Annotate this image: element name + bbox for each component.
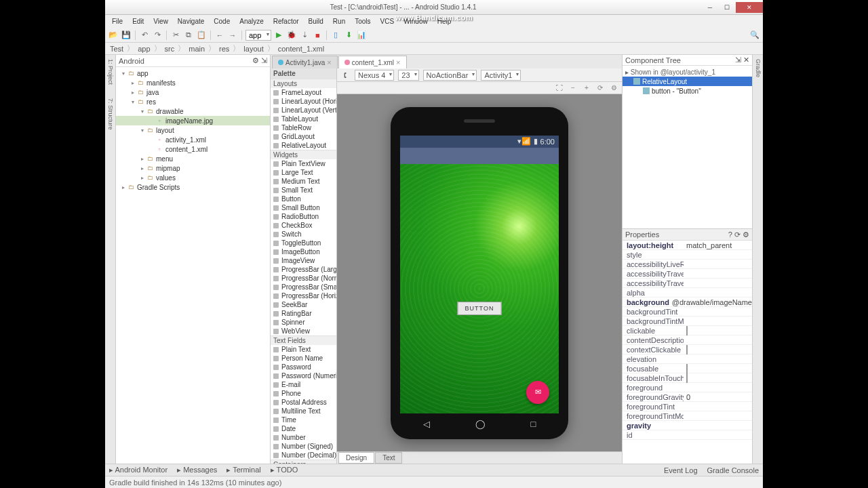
menu-navigate[interactable]: Navigate (174, 16, 208, 26)
palette-item[interactable]: Spinner (271, 318, 336, 327)
palette-item[interactable]: Password (Numeric) (271, 371, 336, 380)
menu-code[interactable]: Code (210, 16, 234, 26)
tree-node[interactable]: ▫content_1.xml (116, 144, 270, 154)
search-icon[interactable]: 🔍 (749, 30, 760, 41)
palette-item[interactable]: ProgressBar (Horizontal) (271, 291, 336, 300)
tree-node[interactable]: ▸🗀Gradle Scripts (116, 182, 270, 192)
activity-combo[interactable]: Activity1 (481, 70, 521, 81)
device-combo[interactable]: Nexus 4 (355, 70, 394, 81)
palette-item[interactable]: Number (Signed) (271, 442, 336, 451)
orientation-icon[interactable]: 🕻 (340, 70, 351, 81)
palette-item[interactable]: Number (Decimal) (271, 451, 336, 460)
editor-tab[interactable]: content_1.xml × (338, 56, 407, 68)
palette-item[interactable]: Number (271, 433, 336, 442)
menu-help[interactable]: Help (433, 16, 456, 26)
palette-item[interactable]: Time (271, 415, 336, 424)
bottom-tab[interactable]: ▸ Messages (177, 466, 217, 474)
palette-item[interactable]: Plain Text (271, 345, 336, 354)
settings-icon[interactable]: ⚙ (608, 83, 619, 94)
palette-item[interactable]: Password (271, 363, 336, 371)
tree-node[interactable]: ▸🗀java (116, 87, 270, 97)
forward-icon[interactable]: → (227, 30, 238, 41)
bottom-tab[interactable]: ▸ Terminal (226, 466, 260, 474)
fab-button[interactable]: ✉ (526, 381, 549, 404)
palette-item[interactable]: ImageView (271, 256, 336, 265)
property-row[interactable]: gravity (623, 421, 752, 430)
api-combo[interactable]: 23 (398, 70, 418, 81)
breadcrumb-item[interactable]: res (217, 45, 231, 53)
menu-build[interactable]: Build (304, 16, 328, 26)
palette-item[interactable]: ImageButton (271, 247, 336, 256)
palette-item[interactable]: Multiline Text (271, 407, 336, 415)
palette-item[interactable]: SeekBar (271, 300, 336, 309)
zoom-out-icon[interactable]: − (568, 83, 578, 94)
zoom-fit-icon[interactable]: ⛶ (554, 83, 565, 94)
palette-item[interactable]: Medium Text (271, 177, 336, 186)
tree-node[interactable]: ▸🗀mipmap (116, 163, 270, 173)
monitor-icon[interactable]: 📊 (356, 30, 367, 41)
palette-item[interactable]: LinearLayout (Vertical) (271, 106, 336, 115)
bottom-tab[interactable]: ▸ Android Monitor (109, 466, 167, 474)
palette-item[interactable]: Small Text (271, 186, 336, 195)
component-tree-node[interactable]: button - "Button" (623, 86, 752, 96)
breadcrumb-item[interactable]: layout (241, 45, 265, 53)
property-row[interactable]: backgroundTintMode (623, 317, 752, 326)
gradle-tool-tab[interactable]: Gradle (755, 59, 762, 77)
property-row[interactable]: foregroundTintMode (623, 411, 752, 421)
palette-item[interactable]: Large Text (271, 168, 336, 177)
close-button[interactable]: ✕ (736, 2, 763, 13)
breadcrumb-item[interactable]: app (136, 45, 152, 53)
refresh-icon[interactable]: ⟳ (595, 83, 606, 94)
project-tool-tab[interactable]: 1: Project (107, 59, 114, 85)
bottom-tab[interactable]: Event Log (664, 466, 698, 474)
breadcrumb-item[interactable]: Test (108, 45, 125, 53)
property-row[interactable]: focusable (623, 364, 752, 373)
component-tree-node[interactable]: RelativeLayout (623, 77, 752, 86)
copy-icon[interactable]: ⧉ (183, 30, 194, 41)
tree-node[interactable]: ▸🗀values (116, 173, 270, 182)
breadcrumb-item[interactable]: content_1.xml (276, 45, 326, 53)
attach-icon[interactable]: ⇣ (299, 30, 310, 41)
menu-view[interactable]: View (149, 16, 172, 26)
stop-icon[interactable]: ■ (312, 30, 323, 41)
component-tree-tools[interactable]: ⇲ ✕ (735, 56, 749, 64)
palette-item[interactable]: ProgressBar (Large) (271, 265, 336, 274)
design-mode-tab[interactable]: Design (338, 452, 374, 464)
home-key-icon[interactable]: ◯ (475, 419, 486, 429)
palette-category[interactable]: Text Fields (271, 336, 336, 345)
breadcrumb-item[interactable]: src (163, 45, 177, 53)
property-row[interactable]: foregroundTint (623, 402, 752, 411)
sdk-icon[interactable]: ⬇ (343, 30, 354, 41)
property-row[interactable]: clickable (623, 326, 752, 336)
property-row[interactable]: contentDescription (623, 336, 752, 345)
property-row[interactable]: alpha (623, 288, 752, 298)
undo-icon[interactable]: ↶ (139, 30, 150, 41)
menu-window[interactable]: Window (399, 16, 432, 26)
run-icon[interactable]: ▶ (273, 30, 284, 41)
tree-node[interactable]: ▸🗀menu (116, 154, 270, 163)
palette-item[interactable]: Postal Address (271, 398, 336, 407)
property-row[interactable]: id (623, 430, 752, 440)
button-widget[interactable]: BUTTON (458, 302, 502, 315)
palette-item[interactable]: Small Button (271, 203, 336, 212)
minimize-button[interactable]: ─ (702, 2, 718, 13)
property-row[interactable]: foregroundGravity0 (623, 392, 752, 402)
property-row[interactable]: background@drawable/imageName (623, 298, 752, 307)
palette-category[interactable]: Widgets (271, 150, 336, 159)
palette-item[interactable]: ProgressBar (Small) (271, 283, 336, 291)
tree-node[interactable]: ▸🗀manifests (116, 78, 270, 87)
paste-icon[interactable]: 📋 (196, 30, 207, 41)
zoom-in-icon[interactable]: + (581, 83, 592, 94)
layout-background[interactable]: BUTTON ✉ (400, 164, 559, 413)
palette-item[interactable]: RelativeLayout (271, 141, 336, 150)
menu-edit[interactable]: Edit (128, 16, 148, 26)
bottom-tab[interactable]: Gradle Console (707, 466, 759, 474)
properties-tools[interactable]: ? ⟳ ⚙ (728, 230, 749, 239)
property-row[interactable]: layout:heightmatch_parent (623, 241, 752, 250)
menu-file[interactable]: File (108, 16, 127, 26)
property-row[interactable]: accessibilityTraversalAfter (623, 269, 752, 279)
property-row[interactable]: accessibilityTraversalBefore (623, 279, 752, 288)
palette-item[interactable]: RadioButton (271, 212, 336, 221)
menu-analyze[interactable]: Analyze (235, 16, 268, 26)
tree-node[interactable]: ▫imageName.jpg (116, 116, 270, 125)
